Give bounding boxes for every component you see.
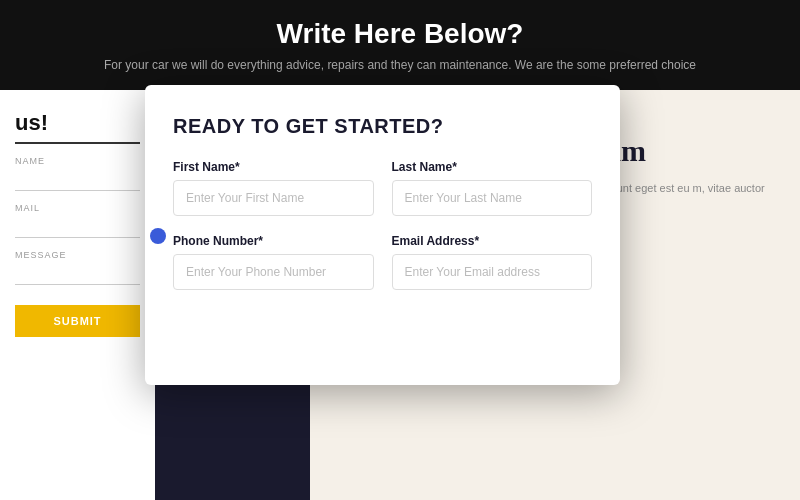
last-name-input[interactable]	[392, 180, 593, 216]
modal-row-2: Phone Number* Email Address*	[173, 234, 592, 290]
message-input[interactable]	[15, 268, 140, 285]
modal-title: Ready To Get Started?	[173, 115, 592, 138]
submit-button[interactable]: SUBMIT	[15, 305, 140, 337]
left-contact-panel: us! NAME MAIL MESSAGE SUBMIT	[0, 90, 155, 500]
modal-overlay: Ready To Get Started? First Name* Last N…	[145, 85, 620, 385]
indicator-dot	[150, 228, 166, 244]
email-address-label: Email Address*	[392, 234, 593, 248]
name-input[interactable]	[15, 174, 140, 191]
left-panel-title: us!	[15, 110, 140, 144]
modal-row-1: First Name* Last Name*	[173, 160, 592, 216]
last-name-field: Last Name*	[392, 160, 593, 216]
top-section: Write Here Below? For your car we will d…	[0, 0, 800, 90]
first-name-field: First Name*	[173, 160, 374, 216]
last-name-label: Last Name*	[392, 160, 593, 174]
email-field-group: MAIL	[15, 203, 140, 238]
email-input[interactable]	[15, 221, 140, 238]
name-field-group: NAME	[15, 156, 140, 191]
first-name-label: First Name*	[173, 160, 374, 174]
phone-input[interactable]	[173, 254, 374, 290]
email-address-field: Email Address*	[392, 234, 593, 290]
email-label: MAIL	[15, 203, 140, 213]
email-address-input[interactable]	[392, 254, 593, 290]
page-subtext: For your car we will do everything advic…	[0, 58, 800, 72]
phone-label: Phone Number*	[173, 234, 374, 248]
name-label: NAME	[15, 156, 140, 166]
phone-field: Phone Number*	[173, 234, 374, 290]
message-field-group: MESSAGE	[15, 250, 140, 285]
first-name-input[interactable]	[173, 180, 374, 216]
page-heading: Write Here Below?	[0, 18, 800, 50]
message-label: MESSAGE	[15, 250, 140, 260]
